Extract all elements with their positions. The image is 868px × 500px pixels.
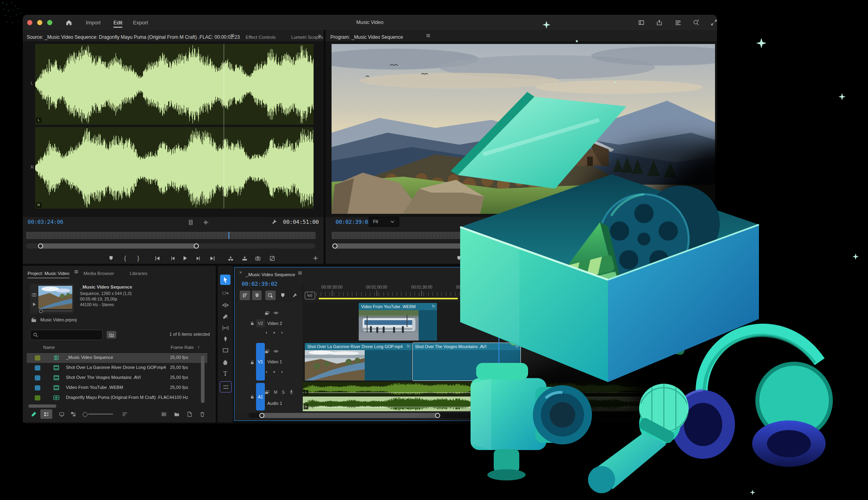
v2-lock-icon[interactable] — [249, 320, 255, 326]
v1-lock-icon[interactable] — [249, 359, 255, 365]
program-go-to-in-button[interactable] — [501, 253, 510, 263]
meter-solo-left-button[interactable]: S — [699, 410, 707, 417]
source-export-frame-button[interactable] — [253, 253, 262, 263]
program-go-to-out-button[interactable] — [556, 253, 564, 263]
program-zoom-scrollbar[interactable] — [332, 243, 715, 249]
tool-razor[interactable] — [220, 311, 230, 321]
source-position-timecode[interactable]: 00:03:24:06 — [28, 219, 63, 225]
tool-type[interactable]: T — [220, 369, 230, 378]
v2-source-patch-badge[interactable]: V2 — [256, 319, 265, 327]
source-play-button[interactable] — [181, 253, 189, 263]
project-search-input[interactable] — [30, 330, 103, 340]
v1-track-name[interactable]: Video 1 — [267, 359, 282, 364]
program-lift-button[interactable] — [574, 253, 583, 263]
program-export-frame-button[interactable] — [601, 253, 610, 263]
source-settings-wrench-icon[interactable] — [270, 218, 278, 225]
tool-rectangle[interactable] — [220, 345, 230, 355]
project-readout-button[interactable] — [159, 409, 169, 419]
project-vertical-scrollbar[interactable] — [201, 356, 205, 403]
source-mini-timeline[interactable] — [26, 232, 316, 239]
poster-frame-camera-icon[interactable] — [31, 292, 37, 297]
source-zoom-handle-right[interactable] — [194, 243, 199, 249]
timeline-position-timecode[interactable]: 00:02:39:02 — [242, 281, 277, 287]
meter-solo-right-button[interactable]: S — [708, 410, 715, 417]
a1-mute-button[interactable]: M — [272, 389, 279, 395]
column-header-frame-rate[interactable]: Frame Rate — [171, 345, 194, 350]
source-zoom-scrollbar[interactable] — [26, 243, 316, 249]
clip-shot-over-vosges[interactable]: Shot Over The Vosges Mountains .AVI fx — [413, 343, 520, 380]
program-button-editor-plus[interactable] — [703, 253, 712, 263]
source-overwrite-button[interactable] — [240, 253, 249, 263]
drag-audio-only-icon[interactable] — [201, 219, 210, 226]
tool-track-select-forward[interactable] — [220, 288, 230, 298]
v1-source-patch-badge[interactable]: V1 — [256, 343, 265, 380]
source-step-back-button[interactable] — [168, 253, 177, 263]
list-item[interactable]: Shot Over La Garonne River Drone Long GO… — [27, 363, 207, 373]
source-tab[interactable]: Source: _Music Video Sequence: Dragonfly… — [27, 33, 240, 40]
folder-up-icon[interactable] — [30, 317, 37, 323]
list-item[interactable]: _Music Video Sequence25,00 fps — [27, 353, 207, 363]
program-add-marker-button[interactable] — [455, 253, 463, 263]
v1-next-keyframe-icon[interactable] — [279, 369, 285, 375]
v2-sync-lock-icon[interactable] — [263, 310, 270, 316]
program-play-button[interactable] — [528, 253, 537, 263]
a1-solo-button[interactable]: S — [280, 389, 286, 395]
program-zoom-handle-left[interactable] — [332, 243, 338, 249]
project-file-name[interactable]: Music Video.prproj — [40, 317, 77, 322]
list-item[interactable]: Dragonfly Mayu Puma (Original From M Cra… — [27, 393, 207, 403]
tool-selection[interactable] — [220, 275, 230, 285]
program-mark-in-button[interactable]: { — [469, 253, 477, 263]
list-item[interactable]: Shot Over The Vosges Mountains .AVI25,00… — [27, 373, 207, 383]
program-step-forward-button[interactable] — [542, 253, 550, 263]
timeline-scroll-handle-right[interactable] — [435, 413, 440, 418]
clip-shot-over-la-garonne[interactable]: Shot Over La Garonne River Drone Long GO… — [305, 343, 412, 380]
preview-scrub-knob[interactable] — [39, 309, 43, 313]
v2-next-keyframe-icon[interactable] — [279, 330, 285, 335]
list-view-button[interactable] — [40, 409, 52, 419]
v1-toggle-visibility-eye-icon[interactable] — [272, 349, 280, 354]
source-add-marker-button[interactable] — [107, 253, 115, 263]
source-waveform-playhead[interactable] — [224, 44, 224, 209]
source-button-editor-crossed-icon[interactable] — [268, 253, 276, 263]
linked-selection-button[interactable] — [265, 291, 276, 300]
fullscreen-icon[interactable] — [710, 19, 718, 26]
tool-hand[interactable] — [220, 357, 230, 367]
icon-view-button[interactable] — [56, 409, 67, 419]
tool-ripple-edit[interactable] — [220, 300, 230, 310]
tab-effect-controls[interactable]: Effect Controls — [246, 33, 276, 40]
timeline-panel-menu-icon[interactable] — [296, 270, 304, 276]
zoom-slider-knob[interactable] — [83, 412, 87, 417]
source-insert-button[interactable] — [226, 253, 235, 263]
source-step-forward-button[interactable] — [194, 253, 203, 263]
tool-remix[interactable] — [220, 381, 232, 392]
project-panel-menu-icon[interactable] — [73, 269, 80, 275]
source-panel-menu-icon[interactable] — [229, 32, 236, 39]
nest-toggle-button[interactable] — [240, 291, 250, 300]
freeform-view-button[interactable] — [68, 409, 78, 419]
program-tab[interactable]: Program: _Music Video Sequence — [330, 33, 403, 40]
timeline-settings-wrench-icon[interactable] — [290, 291, 299, 300]
program-extract-button[interactable] — [588, 253, 597, 263]
a1-track-name[interactable]: Audio 1 — [267, 401, 282, 406]
program-mini-playhead[interactable] — [506, 232, 507, 239]
preview-scrub-bar[interactable] — [39, 311, 72, 311]
timeline-vscroll-knob[interactable] — [684, 382, 689, 387]
timeline-horizontal-scrollbar[interactable] — [248, 413, 692, 418]
workspace-panel-icon[interactable] — [637, 19, 645, 26]
source-go-to-out-button[interactable] — [208, 253, 217, 263]
program-zoom-handle-right[interactable] — [707, 243, 712, 249]
program-mark-out-button[interactable]: } — [482, 253, 491, 263]
drag-video-only-icon[interactable] — [186, 219, 195, 226]
tab-libraries[interactable]: Libraries — [130, 269, 147, 277]
column-header-name[interactable]: Name — [43, 345, 55, 350]
clip-video-from-youtube[interactable]: Video From YouTube .WEBM fx — [359, 303, 437, 341]
timeline-vertical-scrollbar[interactable] — [685, 302, 688, 411]
v1-prev-keyframe-icon[interactable] — [263, 369, 269, 375]
snap-magnet-button[interactable] — [252, 291, 262, 300]
delete-trash-button[interactable] — [197, 409, 207, 419]
a1-source-patch-badge[interactable]: A1 — [256, 383, 265, 410]
a1-lock-icon[interactable] — [249, 393, 255, 400]
project-horizontal-scrollbar[interactable] — [28, 404, 56, 408]
v2-toggle-visibility-eye-icon[interactable] — [272, 310, 280, 316]
thumbnail-zoom-slider[interactable] — [83, 409, 114, 419]
